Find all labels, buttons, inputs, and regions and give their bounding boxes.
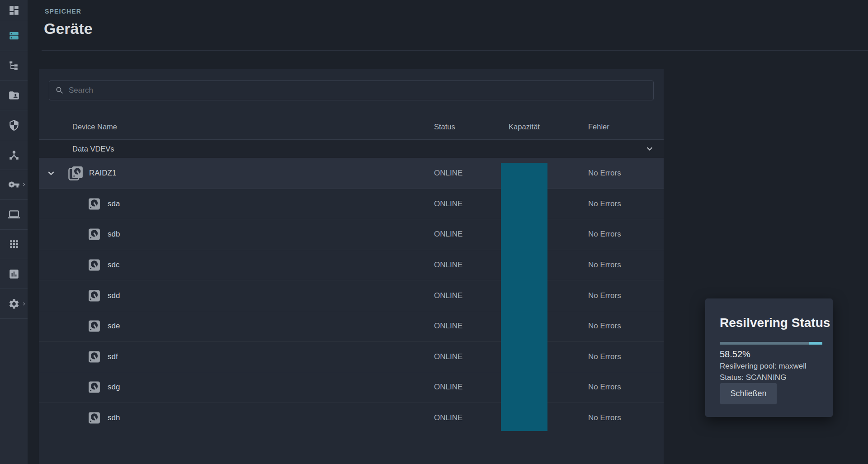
device-errors: No Errors [588, 260, 621, 270]
vdev-status: ONLINE [434, 169, 462, 178]
device-errors: No Errors [588, 322, 621, 331]
device-errors: No Errors [588, 413, 621, 422]
sidebar-item-credentials-key[interactable] [0, 170, 28, 200]
group-row-data-vdevs[interactable]: Data VDEVs [39, 139, 664, 158]
device-rows: sda ONLINE No Errors sdb ONLINE No Error… [39, 189, 664, 434]
device-status: ONLINE [434, 413, 462, 422]
table-row-device[interactable]: sdd ONLINE No Errors [39, 280, 664, 311]
column-header-device-name[interactable]: Device Name [72, 123, 117, 131]
device-name: sda [108, 199, 120, 208]
hard-disk-icon [87, 227, 101, 241]
table-row-device[interactable]: sde ONLINE No Errors [39, 311, 664, 342]
table-row-device[interactable]: sda ONLINE No Errors [39, 189, 664, 220]
device-errors: No Errors [588, 291, 621, 300]
sidebar [0, 0, 28, 464]
device-name: sdh [108, 413, 120, 422]
device-errors: No Errors [588, 199, 621, 208]
hard-disk-icon [87, 411, 101, 425]
data-protection-shield-icon [8, 119, 20, 131]
table-row-device[interactable]: sdc ONLINE No Errors [39, 250, 664, 281]
device-status: ONLINE [434, 199, 462, 208]
device-errors: No Errors [588, 383, 621, 392]
device-status: ONLINE [434, 230, 462, 239]
sidebar-item-network[interactable] [0, 140, 28, 170]
sidebar-item-virtualization-laptop[interactable] [0, 200, 28, 230]
vdev-name: RAIDZ1 [89, 169, 116, 178]
sidebar-item-storage[interactable] [0, 21, 28, 51]
sidebar-item-shares[interactable] [0, 81, 28, 111]
search-icon [55, 86, 64, 95]
column-header-errors[interactable]: Fehler [588, 123, 609, 131]
datasets-icon [8, 60, 20, 71]
device-status: ONLINE [434, 260, 462, 270]
sidebar-item-system-settings-gear[interactable] [0, 289, 28, 319]
table-row-device[interactable]: sdf ONLINE No Errors [39, 342, 664, 373]
progress-bar-remainder [809, 342, 822, 345]
sidebar-item-data-protection-shield[interactable] [0, 110, 28, 140]
device-status: ONLINE [434, 291, 462, 300]
hard-disk-icon [87, 289, 101, 303]
expand-chevron-down-icon[interactable] [45, 167, 57, 179]
sidebar-item-dashboard[interactable] [0, 0, 28, 21]
reporting-chart-icon [8, 268, 20, 280]
chevron-down-icon[interactable] [644, 143, 655, 154]
table-row-device[interactable]: sdh ONLINE No Errors [39, 403, 664, 434]
table-row-device[interactable]: sdg ONLINE No Errors [39, 372, 664, 403]
resilvering-status-card: Resilvering Status 58.52% Resilvering po… [705, 298, 833, 417]
group-row-label: Data VDEVs [72, 145, 114, 153]
hard-disk-icon [87, 258, 101, 272]
dashboard-icon [8, 5, 20, 16]
disk-stack-icon [67, 165, 84, 182]
page-title: Geräte [44, 20, 93, 38]
sidebar-item-apps[interactable] [0, 230, 28, 260]
credentials-key-icon [8, 179, 20, 190]
hard-disk-icon [87, 350, 101, 364]
devices-card: Device Name Status Kapazität Fehler Data… [39, 69, 664, 464]
search-input-container[interactable] [49, 80, 654, 100]
hard-disk-icon [87, 380, 101, 394]
table-body: Data VDEVs RAIDZ1 ONLINE No [39, 139, 664, 433]
network-icon [8, 149, 20, 161]
shares-icon [8, 90, 20, 101]
device-errors: No Errors [588, 230, 621, 239]
hard-disk-icon [87, 197, 101, 211]
capacity-column-highlight [501, 163, 547, 431]
column-header-status[interactable]: Status [434, 123, 455, 131]
search-input[interactable] [69, 86, 647, 95]
device-name: sde [108, 322, 120, 331]
close-button[interactable]: Schließen [720, 383, 777, 404]
system-settings-gear-icon [8, 298, 20, 310]
sidebar-item-reporting-chart[interactable] [0, 259, 28, 289]
device-name: sdd [108, 291, 120, 300]
device-errors: No Errors [588, 352, 621, 361]
resilver-title: Resilvering Status [720, 316, 830, 330]
vdev-errors: No Errors [588, 169, 621, 178]
resilver-percent: 58.52% [720, 349, 750, 360]
resilver-pool-line: Resilvering pool: maxwell [720, 362, 807, 371]
table-row-device[interactable]: sdb ONLINE No Errors [39, 219, 664, 250]
device-name: sdb [108, 230, 120, 239]
column-header-capacity[interactable]: Kapazität [501, 123, 547, 131]
table-row-raidz1[interactable]: RAIDZ1 ONLINE No Errors [39, 158, 664, 189]
resilver-progress-bar [720, 342, 822, 345]
hard-disk-icon [87, 319, 101, 333]
table-header: Device Name Status Kapazität Fehler [39, 114, 664, 139]
header-divider [42, 50, 868, 51]
device-status: ONLINE [434, 383, 462, 392]
device-name: sdf [108, 352, 118, 361]
storage-icon [8, 30, 20, 42]
device-name: sdc [108, 260, 119, 270]
chevron-right-icon [21, 181, 27, 188]
virtualization-laptop-icon [8, 208, 20, 220]
sidebar-item-datasets[interactable] [0, 51, 28, 81]
device-status: ONLINE [434, 352, 462, 361]
apps-icon [8, 238, 20, 250]
device-status: ONLINE [434, 322, 462, 331]
chevron-right-icon [21, 301, 27, 307]
progress-bar-filled [720, 342, 809, 345]
device-name: sdg [108, 383, 120, 392]
breadcrumb[interactable]: SPEICHER [45, 8, 81, 15]
resilver-status-line: Status: SCANNING [720, 373, 786, 382]
